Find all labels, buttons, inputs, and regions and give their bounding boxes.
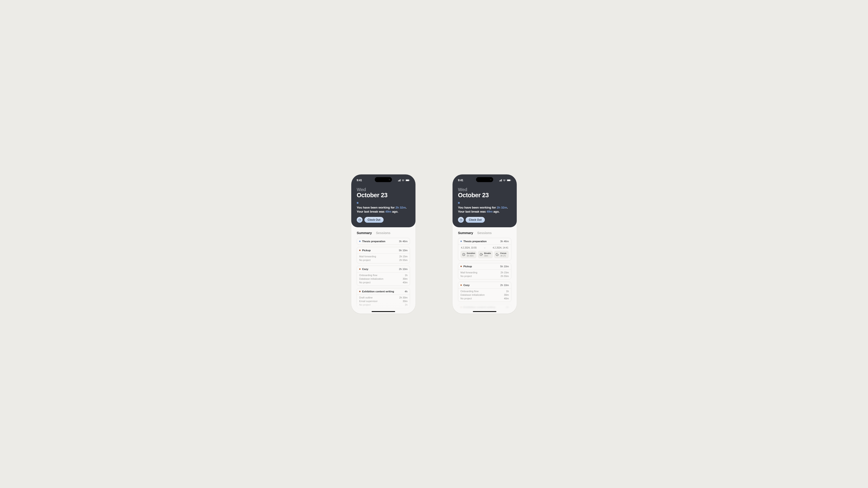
- stat-value: 30m: [484, 255, 491, 257]
- project-title: Cozy: [362, 268, 368, 270]
- task-row: No project40m: [460, 297, 509, 300]
- break-button[interactable]: [357, 217, 363, 223]
- svg-rect-5: [511, 180, 511, 181]
- home-indicator[interactable]: [372, 311, 395, 312]
- project-color-dot: [359, 240, 361, 242]
- project-card-expanded[interactable]: Thesis preparation 3h 46m 4.2.2024, 10:5…: [458, 238, 511, 261]
- project-card[interactable]: Pickup 5h 10m Mail forwarding2h 15mNo pr…: [458, 263, 511, 280]
- coffee-icon: [358, 219, 361, 221]
- phone-right: 9:41 Wed October 23 You have been workin…: [453, 174, 517, 314]
- project-duration: 3h 46m: [399, 240, 408, 242]
- project-title: Pickup: [463, 265, 472, 268]
- status-time: 9:41: [458, 179, 463, 182]
- working-status-text: You have been working for 2h 32m. Your l…: [458, 205, 511, 214]
- cell-signal-icon: [499, 179, 502, 182]
- project-color-dot: [359, 291, 361, 292]
- task-label: Email supervisor: [359, 300, 377, 302]
- stat-label: Focus: [500, 252, 506, 254]
- task-label: Onboarding flow: [460, 290, 478, 293]
- task-row: Draft outline2h 30m: [359, 296, 408, 299]
- project-duration: 2h 10m: [500, 284, 509, 287]
- clock-out-button[interactable]: Clock Out: [364, 217, 383, 223]
- coffee-icon: [460, 219, 463, 221]
- project-card[interactable]: Thesis preparation 3h 46m: [357, 238, 410, 245]
- project-title: Cozy: [463, 284, 469, 287]
- task-duration: 40m: [504, 297, 509, 300]
- break-ago: 49m: [385, 210, 392, 213]
- clock-out-button[interactable]: Clock Out: [466, 217, 485, 223]
- task-label: Database initialization: [460, 293, 485, 296]
- task-row: No project1h: [359, 303, 408, 306]
- project-title: Thesis preparation: [362, 240, 385, 242]
- status-time: 9:41: [357, 179, 362, 182]
- task-row: No project40m: [359, 281, 408, 284]
- task-row: No project2h 55m: [359, 259, 408, 261]
- project-color-dot: [460, 307, 462, 308]
- task-duration: 2h 30m: [399, 296, 408, 299]
- task-label: Draft outline: [359, 296, 373, 299]
- home-indicator[interactable]: [473, 311, 496, 312]
- task-label: Mail forwarding: [460, 271, 477, 274]
- working-status-text: You have been working for 2h 32m. Your l…: [357, 205, 410, 214]
- tab-summary[interactable]: Summary: [357, 231, 372, 235]
- task-label: No project: [359, 259, 370, 261]
- tab-sessions[interactable]: Sessions: [477, 231, 492, 235]
- task-row: Mail forwarding2h 15m: [460, 271, 509, 274]
- svg-rect-2: [410, 180, 410, 181]
- task-duration: 2h 55m: [500, 275, 509, 278]
- project-card[interactable]: Cozy 2h 10m Onboarding flow1hDatabase in…: [357, 266, 410, 286]
- stat-clock: Duration3h 46m: [460, 251, 476, 258]
- project-card[interactable]: Cozy 2h 10m Onboarding flow1hDatabase in…: [458, 282, 511, 302]
- task-duration: 2h 15m: [500, 271, 509, 274]
- tab-sessions[interactable]: Sessions: [376, 231, 391, 235]
- stat-focus: Focus3h (7): [494, 251, 509, 258]
- svg-rect-4: [507, 180, 510, 181]
- project-title: Exhibition content writing: [463, 306, 495, 309]
- project-duration: 4h: [405, 290, 408, 293]
- project-title: Exhibition content writing: [362, 290, 394, 293]
- status-icons: [499, 179, 511, 182]
- project-card[interactable]: Pickup 5h 10m Mail forwarding2h 15mNo pr…: [357, 247, 410, 263]
- project-color-dot: [359, 250, 361, 251]
- project-color-dot: [460, 285, 462, 286]
- arrow-right-icon: →: [484, 247, 486, 249]
- clock-icon: [462, 253, 465, 256]
- tab-summary[interactable]: Summary: [458, 231, 473, 235]
- project-card[interactable]: Exhibition content writing 4h Draft outl…: [357, 288, 410, 308]
- task-duration: 40m: [403, 281, 408, 284]
- task-row: Email supervisor30m: [359, 300, 408, 302]
- active-session-indicator: [458, 202, 460, 204]
- task-duration: 2h 15m: [399, 255, 408, 258]
- date-label: October 23: [458, 192, 511, 199]
- task-row: Database initialization30m: [460, 293, 509, 296]
- task-label: Mail forwarding: [359, 255, 376, 258]
- content-body: Summary Sessions Thesis preparation 3h 4…: [453, 227, 517, 314]
- task-label: No project: [359, 281, 370, 284]
- project-title: Thesis preparation: [463, 240, 487, 242]
- date-label: October 23: [357, 192, 410, 199]
- working-duration: 2h 32m: [497, 206, 507, 209]
- break-button[interactable]: [458, 217, 464, 223]
- task-row: Onboarding flow1h: [460, 290, 509, 293]
- coffee-icon: [479, 253, 483, 256]
- battery-icon: [405, 179, 410, 182]
- phone-left: 9:41 Wed October 23 You have been workin…: [351, 174, 415, 314]
- project-color-dot: [460, 240, 462, 242]
- task-row: Mail forwarding2h 15m: [359, 255, 408, 258]
- range-start: 4.2.2024, 10:55: [461, 247, 484, 249]
- task-duration: 1h: [405, 274, 408, 276]
- project-duration: 4h: [506, 306, 509, 309]
- project-title: Pickup: [362, 249, 371, 252]
- dynamic-island: [375, 177, 392, 182]
- project-color-dot: [359, 268, 361, 270]
- working-duration: 2h 32m: [395, 206, 406, 209]
- project-card[interactable]: Exhibition content writing 4h: [458, 304, 511, 311]
- task-duration: 1h: [506, 290, 509, 293]
- weekday-label: Wed: [357, 187, 410, 192]
- task-label: Onboarding flow: [359, 274, 377, 276]
- project-duration: 2h 10m: [399, 268, 408, 270]
- break-ago: 49m: [487, 210, 493, 213]
- status-icons: [398, 179, 410, 182]
- svg-rect-1: [406, 180, 409, 181]
- stat-label: Breaks: [484, 252, 491, 254]
